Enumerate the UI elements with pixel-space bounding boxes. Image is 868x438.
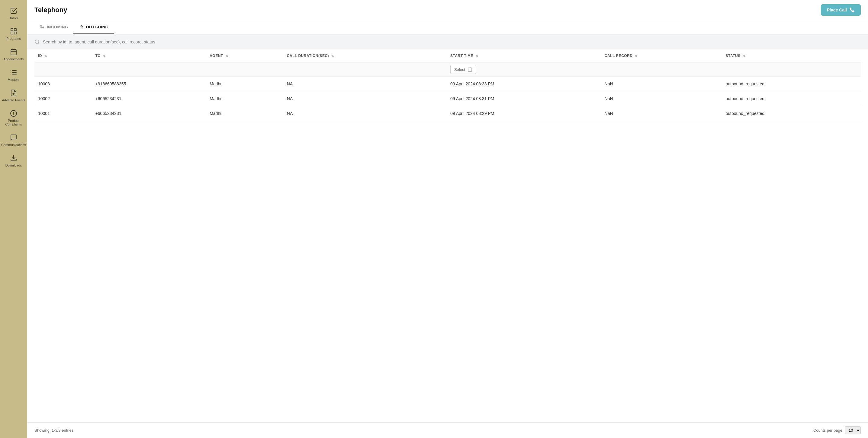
cell-start_time: 09 April 2024 08:29 PM: [447, 106, 601, 121]
cell-call_duration: NA: [283, 106, 447, 121]
col-header-agent[interactable]: AGENT ⇅: [206, 49, 283, 62]
incoming-icon: [40, 25, 45, 29]
cell-agent: Madhu: [206, 106, 283, 121]
cell-status: outbound_requested: [722, 77, 861, 91]
calendar-icon: [467, 67, 472, 72]
tab-incoming-label: INCOMING: [47, 25, 68, 29]
tab-outgoing[interactable]: OUTGOING: [73, 20, 114, 34]
tab-outgoing-label: OUTGOING: [86, 25, 108, 29]
masters-icon: [9, 68, 18, 77]
search-box: [34, 39, 861, 45]
col-header-to[interactable]: TO ⇅: [92, 49, 206, 62]
sidebar-item-downloads[interactable]: Downloads: [0, 150, 27, 171]
cell-call_duration: NA: [283, 91, 447, 106]
page-header: Telephony Place Call: [27, 0, 868, 20]
table-row: 10001+6065234231MadhuNA09 April 2024 08:…: [34, 106, 861, 121]
calls-table: ID ⇅ TO ⇅ AGENT ⇅ CALL DURATION(SEC) ⇅: [34, 49, 861, 121]
col-header-id[interactable]: ID ⇅: [34, 49, 92, 62]
svg-rect-1: [14, 29, 16, 31]
counts-label: Counts per page: [813, 428, 842, 433]
sidebar-item-masters-label: Masters: [7, 78, 19, 81]
cell-id: 10001: [34, 106, 92, 121]
page-footer: Showing: 1-3/3 entries Counts per page 1…: [27, 422, 868, 438]
main-content: Telephony Place Call INCOMING OUTGOING: [27, 0, 868, 438]
phone-icon: [849, 7, 855, 13]
col-header-status[interactable]: STATUS ⇅: [722, 49, 861, 62]
sort-icon-start-time: ⇅: [476, 54, 478, 58]
cell-to: +918660588355: [92, 77, 206, 91]
place-call-button[interactable]: Place Call: [821, 4, 861, 16]
page-title: Telephony: [34, 6, 67, 14]
sort-icon-id: ⇅: [44, 54, 47, 58]
sidebar-item-downloads-label: Downloads: [5, 164, 22, 167]
cell-status: outbound_requested: [722, 91, 861, 106]
sidebar-item-product-complaints-label: Product Complaints: [1, 119, 26, 126]
search-input[interactable]: [43, 39, 861, 44]
sidebar-item-tasks[interactable]: Tasks: [0, 3, 27, 24]
table-row: 10003+918660588355MadhuNA09 April 2024 0…: [34, 77, 861, 91]
svg-line-23: [38, 43, 39, 44]
sidebar-item-adverse-events-label: Adverse Events: [2, 98, 25, 102]
cell-id: 10002: [34, 91, 92, 106]
product-complaints-icon: [9, 109, 18, 117]
filter-id: [34, 62, 92, 77]
table-container: ID ⇅ TO ⇅ AGENT ⇅ CALL DURATION(SEC) ⇅: [27, 49, 868, 422]
cell-id: 10003: [34, 77, 92, 91]
sidebar-item-adverse-events[interactable]: Adverse Events: [0, 85, 27, 106]
filter-row: Select: [34, 62, 861, 77]
programs-icon: [9, 27, 18, 36]
svg-rect-4: [11, 49, 16, 55]
sidebar-item-product-complaints[interactable]: Product Complaints: [0, 106, 27, 130]
sidebar-item-appointments[interactable]: Appointments: [0, 44, 27, 65]
cell-call_record: NaN: [601, 91, 722, 106]
showing-text: Showing: 1-3/3 entries: [34, 428, 73, 433]
sidebar-item-programs-label: Programs: [6, 37, 21, 40]
svg-rect-0: [11, 29, 13, 31]
table-row: 10002+6065234231MadhuNA09 April 2024 08:…: [34, 91, 861, 106]
filter-start-time: Select: [447, 62, 601, 77]
col-header-start-time[interactable]: START TIME ⇅: [447, 49, 601, 62]
sort-icon-call-duration: ⇅: [331, 54, 334, 58]
sort-icon-agent: ⇅: [226, 54, 228, 58]
filter-call-record: [601, 62, 722, 77]
sidebar: Tasks Programs Appointments Masters Adve…: [0, 0, 27, 438]
svg-rect-2: [11, 32, 13, 34]
sidebar-item-tasks-label: Tasks: [9, 16, 18, 20]
filter-status: [722, 62, 861, 77]
place-call-label: Place Call: [827, 7, 847, 12]
page-size-select[interactable]: 10 25 50: [845, 426, 861, 434]
communications-icon: [9, 133, 18, 142]
sidebar-item-programs[interactable]: Programs: [0, 24, 27, 44]
start-time-filter-button[interactable]: Select: [450, 65, 476, 74]
sort-icon-to: ⇅: [103, 54, 106, 58]
appointments-icon: [9, 48, 18, 56]
svg-point-22: [35, 40, 39, 43]
tasks-icon: [9, 7, 18, 15]
sidebar-item-communications-label: Communications: [1, 143, 26, 146]
filter-to: [92, 62, 206, 77]
search-area: [27, 34, 868, 49]
sidebar-item-communications[interactable]: Communications: [0, 130, 27, 150]
search-icon: [34, 39, 40, 45]
tab-incoming[interactable]: INCOMING: [34, 20, 73, 34]
tabs-bar: INCOMING OUTGOING: [27, 20, 868, 34]
sidebar-item-appointments-label: Appointments: [3, 57, 24, 61]
cell-agent: Madhu: [206, 77, 283, 91]
counts-per-page-area: Counts per page 10 25 50: [813, 426, 861, 434]
col-header-call-record[interactable]: CALL RECORD ⇅: [601, 49, 722, 62]
cell-start_time: 09 April 2024 08:31 PM: [447, 91, 601, 106]
filter-agent: [206, 62, 283, 77]
col-header-call-duration[interactable]: CALL DURATION(SEC) ⇅: [283, 49, 447, 62]
svg-rect-24: [468, 68, 472, 71]
cell-call_record: NaN: [601, 77, 722, 91]
sort-icon-call-record: ⇅: [635, 54, 638, 58]
cell-call_duration: NA: [283, 77, 447, 91]
table-header-row: ID ⇅ TO ⇅ AGENT ⇅ CALL DURATION(SEC) ⇅: [34, 49, 861, 62]
sidebar-item-masters[interactable]: Masters: [0, 65, 27, 85]
cell-status: outbound_requested: [722, 106, 861, 121]
cell-to: +6065234231: [92, 106, 206, 121]
cell-agent: Madhu: [206, 91, 283, 106]
sort-icon-status: ⇅: [743, 54, 746, 58]
cell-to: +6065234231: [92, 91, 206, 106]
select-date-label: Select: [454, 67, 465, 72]
